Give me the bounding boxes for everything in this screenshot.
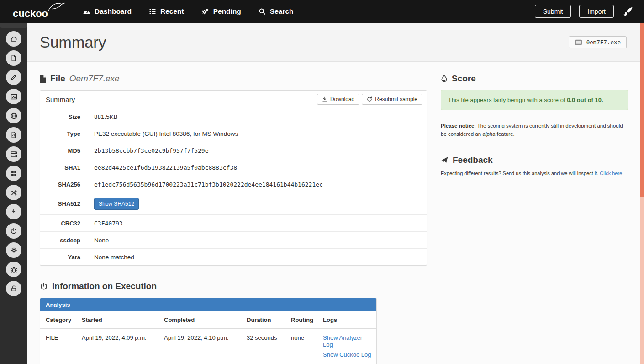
row-value-text: None matched (94, 254, 134, 261)
row-label: MD5 (40, 142, 86, 159)
analysis-panel: Analysis CategoryStartedCompletedDuratio… (40, 298, 377, 364)
page-scrollbar-thumb[interactable] (640, 23, 644, 197)
feedback-heading-label: Feedback (453, 155, 493, 165)
analysis-panel-title: Analysis (40, 298, 376, 311)
nav-item-pending[interactable]: Pending (201, 7, 241, 16)
page-header: Summary 0em7F7.exe (27, 23, 640, 62)
page-title: Summary (40, 33, 106, 51)
cuckoo-bird-icon (47, 0, 66, 16)
feedback-text: Expecting different results? Send us thi… (441, 171, 628, 176)
analysis-cell-category: FILE (40, 329, 77, 364)
summary-row-crc32: CRC32C3F40793 (40, 215, 427, 232)
score-heading-label: Score (452, 74, 476, 84)
analysis-col-routing: Routing (286, 311, 318, 329)
nav-label: Search (270, 7, 294, 16)
row-value-text: ef1edc756d5635b96d1700223a31c71bf3b10202… (94, 181, 323, 188)
cogs-icon[interactable] (6, 242, 21, 258)
summary-row-sha1: SHA1ee82d4425ce1f6d5193822139a5f0abc8883… (40, 159, 427, 176)
show-cuckoo-log-link[interactable]: Show Cuckoo Log (323, 351, 372, 358)
click-here-link[interactable]: Click here (600, 171, 622, 176)
download-button[interactable]: Download (317, 94, 359, 105)
summary-table-body: Size881.5KBTypePE32 executable (GUI) Int… (40, 108, 427, 265)
analysis-col-category: Category (40, 311, 77, 329)
nav-item-dashboard[interactable]: Dashboard (83, 7, 132, 16)
summary-row-size: Size881.5KB (40, 108, 427, 125)
show-sha512-button[interactable]: Show SHA512 (94, 198, 139, 210)
nav-menu: Dashboard Recent Pending Search (83, 7, 294, 16)
unlock-icon[interactable] (6, 281, 21, 296)
home-icon[interactable] (6, 31, 21, 47)
analysis-cell-logs: Show Analyzer LogShow Cuckoo Log (318, 329, 376, 364)
power-icon[interactable] (6, 223, 21, 239)
file-section-heading: File Oem7F7.exe (40, 74, 427, 84)
page-scrollbar-track[interactable] (640, 23, 644, 364)
resubmit-sample-button[interactable]: Resubmit sample (362, 94, 422, 105)
file-icon[interactable] (6, 50, 21, 66)
resubmit-label: Resubmit sample (375, 96, 417, 102)
file-code-icon[interactable] (6, 127, 21, 143)
grid-icon[interactable] (6, 166, 21, 181)
analysis-cell-started: April 19, 2022, 4:09 p.m. (77, 329, 159, 364)
nav-label: Dashboard (95, 7, 132, 16)
sidebar (0, 23, 27, 364)
row-value-text: PE32 executable (GUI) Intel 80386, for M… (94, 130, 238, 137)
execution-heading: Information on Execution (40, 281, 427, 291)
right-column: Score This file appears fairly benign wi… (441, 74, 628, 176)
score-alert-value: 0.0 out of 10. (567, 96, 603, 103)
summary-row-sha256: SHA256ef1edc756d5635b96d1700223a31c71bf3… (40, 176, 427, 193)
row-value: Show SHA512 (86, 193, 427, 215)
score-notice: Please notice: The scoring system is cur… (441, 122, 628, 139)
main-content: Summary 0em7F7.exe File Oem7F7.exe S (27, 23, 640, 364)
globe-icon[interactable] (6, 108, 21, 123)
feedback-text-label: Expecting different results? Send us thi… (441, 171, 598, 176)
cuckoo-logo[interactable]: cuckoo (13, 3, 67, 20)
shuffle-icon[interactable] (6, 185, 21, 200)
submit-button[interactable]: Submit (535, 5, 571, 18)
summary-row-yara: YaraNone matched (40, 249, 427, 266)
row-value-text: ee82d4425ce1f6d5193822139a5f0abc8883cf38 (94, 164, 237, 171)
server-icon[interactable] (6, 146, 21, 162)
summary-row-ssdeep: ssdeepNone (40, 232, 427, 249)
nav-item-recent[interactable]: Recent (149, 7, 184, 16)
notice-end: feature. (496, 131, 515, 137)
file-summary-panel: Summary Download (40, 90, 427, 266)
show-analyzer-log-link[interactable]: Show Analyzer Log (323, 334, 372, 348)
summary-row-sha512: SHA512Show SHA512 (40, 193, 427, 215)
paintbrush-icon[interactable] (622, 5, 634, 17)
analysis-table: CategoryStartedCompletedDurationRoutingL… (40, 311, 376, 364)
left-column: File Oem7F7.exe Summary Download (40, 74, 427, 364)
search-icon (259, 8, 266, 15)
row-label: CRC32 (40, 215, 86, 232)
row-value: C3F40793 (86, 215, 427, 232)
panel-actions: Download Resubmit sample (317, 94, 422, 105)
dashboard-icon (83, 8, 90, 16)
download-icon[interactable] (6, 204, 21, 219)
row-label: SHA256 (40, 176, 86, 193)
image-icon[interactable] (6, 89, 21, 104)
flame-icon (441, 75, 448, 83)
content: File Oem7F7.exe Summary Download (27, 62, 640, 364)
nav-label: Pending (213, 7, 241, 16)
row-value-text: C3F40793 (94, 220, 123, 227)
import-button[interactable]: Import (579, 5, 614, 18)
navbar-actions: Submit Import (535, 5, 634, 18)
file-summary-table: Size881.5KBTypePE32 executable (GUI) Int… (40, 108, 427, 265)
nav-label: Recent (160, 7, 184, 16)
feedback-section: Feedback Expecting different results? Se… (441, 155, 628, 176)
brand-text: cuckoo (13, 8, 48, 20)
feedback-heading: Feedback (441, 155, 628, 165)
row-value: None (86, 232, 427, 249)
row-value-text: 881.5KB (94, 113, 118, 120)
row-value: ee82d4425ce1f6d5193822139a5f0abc8883cf38 (86, 159, 427, 176)
pencil-icon[interactable] (6, 70, 21, 85)
file-heading-label: File (50, 74, 65, 84)
bug-icon[interactable] (6, 262, 21, 277)
nav-item-search[interactable]: Search (259, 7, 294, 16)
file-icon (40, 75, 46, 83)
top-navbar: cuckoo Dashboard Recent (0, 0, 644, 23)
row-value: 2b13b58ccbb7f3ce02c9bf957f7f529e (86, 142, 427, 159)
row-label: ssdeep (40, 232, 86, 249)
row-label: Type (40, 125, 86, 142)
pending-icon (201, 8, 209, 16)
row-value: None matched (86, 249, 427, 266)
